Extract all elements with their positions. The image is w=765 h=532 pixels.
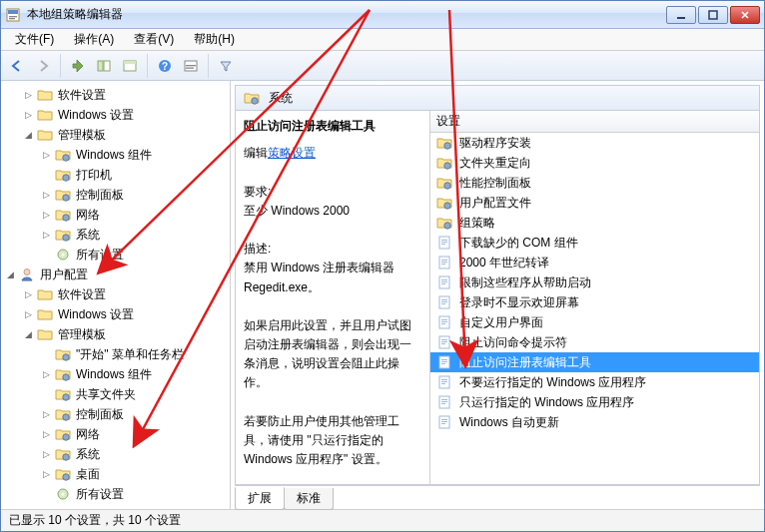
folder-gear-icon	[55, 426, 71, 442]
tree-item[interactable]: ▷软件设置	[21, 85, 230, 105]
toolbar: ?	[1, 51, 764, 81]
svg-point-39	[444, 223, 450, 229]
folder-icon	[37, 107, 53, 123]
expand-icon[interactable]: ▷	[21, 287, 35, 301]
svg-point-38	[444, 203, 450, 209]
menu-file[interactable]: 文件(F)	[7, 29, 62, 50]
list-item[interactable]: 不要运行指定的 Windows 应用程序	[430, 372, 759, 392]
edit-policy-link[interactable]: 策略设置	[268, 146, 316, 160]
folder-gear-icon	[436, 215, 452, 231]
list-item[interactable]: 登录时不显示欢迎屏幕	[430, 292, 759, 312]
collapse-icon[interactable]: ◢	[21, 327, 35, 341]
titlebar[interactable]: 本地组策略编辑器	[1, 1, 764, 29]
svg-rect-45	[441, 260, 447, 261]
expand-icon[interactable]: ▷	[39, 148, 53, 162]
folder-gear-icon	[436, 135, 452, 151]
folder-gear-icon	[55, 466, 71, 482]
svg-rect-5	[709, 11, 717, 19]
tree-item[interactable]: ▷网络	[39, 424, 230, 444]
list-item[interactable]: 只运行指定的 Windows 应用程序	[430, 392, 759, 412]
list-item[interactable]: 驱动程序安装	[430, 133, 759, 153]
svg-rect-16	[186, 67, 194, 68]
tree-item[interactable]: 打印机	[39, 165, 230, 185]
tree-item[interactable]: ▷桌面	[39, 464, 230, 484]
tab-extend[interactable]: 扩展	[235, 487, 285, 510]
tab-standard[interactable]: 标准	[284, 488, 334, 510]
folder-gear-icon	[436, 195, 452, 211]
maximize-button[interactable]	[698, 6, 728, 24]
svg-rect-73	[441, 399, 447, 400]
expand-icon[interactable]: ▷	[21, 108, 35, 122]
menu-action[interactable]: 操作(A)	[66, 29, 122, 50]
close-button[interactable]	[730, 6, 760, 24]
tree-item[interactable]: ▷Windows 设置	[21, 304, 230, 324]
svg-rect-49	[441, 279, 447, 280]
collapse-icon[interactable]: ◢	[21, 128, 35, 142]
tree-item[interactable]: 共享文件夹	[39, 384, 230, 404]
content-header: 系统	[235, 85, 760, 111]
list-item[interactable]: 2000 年世纪转译	[430, 253, 759, 272]
svg-rect-70	[441, 381, 447, 382]
tree-item[interactable]: ▷Windows 组件	[39, 364, 230, 384]
back-button[interactable]	[5, 54, 29, 78]
list-item[interactable]: 阻止访问命令提示符	[430, 332, 759, 352]
list-item[interactable]: 自定义用户界面	[430, 312, 759, 332]
list-item[interactable]: 下载缺少的 COM 组件	[430, 233, 759, 253]
list-item[interactable]: 组策略	[430, 213, 759, 233]
tree-item[interactable]: ◢管理模板	[21, 324, 230, 344]
expand-icon[interactable]: ▷	[39, 427, 53, 441]
policy-icon	[436, 414, 452, 430]
list-item[interactable]: 用户配置文件	[430, 193, 759, 213]
svg-rect-58	[441, 321, 447, 322]
expand-icon[interactable]: ▷	[21, 307, 35, 321]
tree-item[interactable]: ▷软件设置	[21, 284, 230, 304]
list-item[interactable]: 文件夹重定向	[430, 153, 759, 173]
expand-icon[interactable]: ▷	[39, 228, 53, 242]
list-item[interactable]: Windows 自动更新	[430, 412, 759, 432]
tree-item[interactable]: ▷控制面板	[39, 404, 230, 424]
folder-gear-icon	[436, 175, 452, 191]
menu-help[interactable]: 帮助(H)	[186, 29, 243, 50]
settings-list[interactable]: 设置 驱动程序安装 文件夹重定向 性能控制面板 用户配置文件 组策略 下载缺少的…	[430, 111, 759, 484]
tree-item[interactable]: ▷Windows 组件	[39, 145, 230, 165]
list-column-header[interactable]: 设置	[430, 111, 759, 133]
tree-pane[interactable]: ▷软件设置 ▷Windows 设置 ◢管理模板 ▷Windows 组件 打印机 …	[1, 81, 231, 509]
expand-icon[interactable]: ▷	[39, 407, 53, 421]
tree-item[interactable]: ▷Windows 设置	[21, 105, 230, 125]
minimize-button[interactable]	[666, 6, 696, 24]
list-item[interactable]: 限制这些程序从帮助启动	[430, 272, 759, 292]
expand-icon[interactable]: ▷	[39, 188, 53, 202]
collapse-icon[interactable]: ◢	[3, 267, 17, 281]
properties-button[interactable]	[118, 54, 142, 78]
tree-item[interactable]: "开始" 菜单和任务栏	[39, 344, 230, 364]
svg-rect-57	[441, 319, 447, 320]
list-item[interactable]: 性能控制面板	[430, 173, 759, 193]
expand-icon[interactable]: ▷	[21, 88, 35, 102]
tree-item-system[interactable]: ▷系统	[39, 444, 230, 464]
tree-item[interactable]: 所有设置	[39, 484, 230, 504]
filter-button[interactable]	[214, 54, 238, 78]
tree-item[interactable]: 所有设置	[39, 245, 230, 265]
export-button[interactable]	[179, 54, 203, 78]
app-icon	[5, 7, 21, 23]
tree-item[interactable]: ▷系统	[39, 225, 230, 245]
tree-item[interactable]: ◢管理模板	[21, 125, 230, 145]
tree-item[interactable]: ▷控制面板	[39, 185, 230, 205]
policy-icon	[436, 274, 452, 290]
tree-item[interactable]: ▷网络	[39, 205, 230, 225]
expand-icon[interactable]: ▷	[39, 367, 53, 381]
expand-icon[interactable]: ▷	[39, 208, 53, 222]
show-hide-tree-button[interactable]	[92, 54, 116, 78]
expand-icon[interactable]: ▷	[39, 447, 53, 461]
details-description: 如果启用此设置，并且用户试图启动注册表编辑器，则会出现一条消息，说明设置会阻止此…	[244, 316, 421, 393]
setting-name: 阻止访问注册表编辑工具	[244, 117, 421, 136]
help-button[interactable]: ?	[153, 54, 177, 78]
tree-item-user-config[interactable]: ◢用户配置	[3, 265, 230, 284]
menu-view[interactable]: 查看(V)	[126, 29, 182, 50]
list-item-selected[interactable]: 阻止访问注册表编辑工具	[430, 352, 759, 372]
up-button[interactable]	[66, 54, 90, 78]
svg-point-24	[24, 269, 30, 275]
expand-icon[interactable]: ▷	[39, 467, 53, 481]
forward-button[interactable]	[31, 54, 55, 78]
svg-point-35	[444, 143, 450, 149]
